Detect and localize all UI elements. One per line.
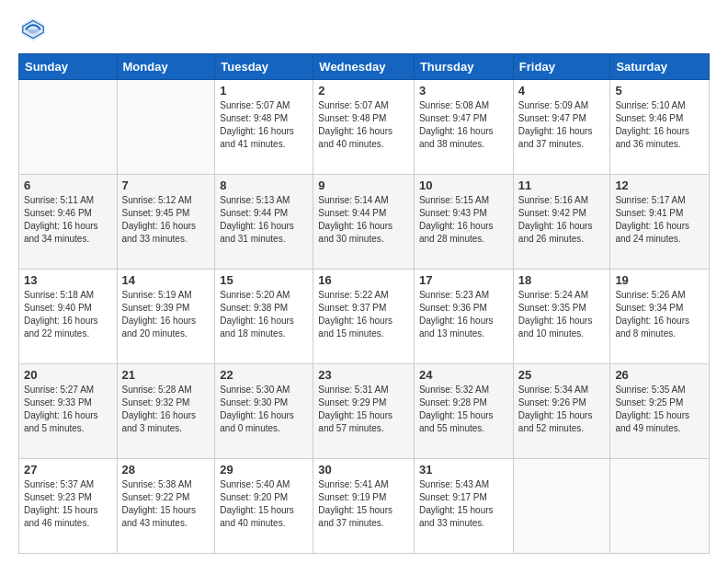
calendar-cell: 9Sunrise: 5:14 AM Sunset: 9:44 PM Daylig… [313, 175, 415, 270]
calendar-body: 1Sunrise: 5:07 AM Sunset: 9:48 PM Daylig… [19, 80, 710, 554]
calendar-cell: 19Sunrise: 5:26 AM Sunset: 9:34 PM Dayli… [610, 270, 710, 364]
day-info: Sunrise: 5:11 AM Sunset: 9:46 PM Dayligh… [24, 194, 112, 246]
calendar-cell: 6Sunrise: 5:11 AM Sunset: 9:46 PM Daylig… [19, 175, 118, 270]
day-info: Sunrise: 5:08 AM Sunset: 9:47 PM Dayligh… [419, 99, 508, 151]
day-info: Sunrise: 5:15 AM Sunset: 9:43 PM Dayligh… [419, 194, 508, 246]
calendar-cell: 8Sunrise: 5:13 AM Sunset: 9:44 PM Daylig… [215, 175, 313, 270]
calendar-cell: 11Sunrise: 5:16 AM Sunset: 9:42 PM Dayli… [513, 175, 610, 270]
day-number: 17 [419, 273, 508, 287]
day-number: 3 [419, 84, 508, 98]
header-day-saturday: Saturday [610, 54, 710, 80]
week-row-3: 20Sunrise: 5:27 AM Sunset: 9:33 PM Dayli… [19, 364, 710, 459]
calendar-header: SundayMondayTuesdayWednesdayThursdayFrid… [19, 54, 710, 80]
day-info: Sunrise: 5:41 AM Sunset: 9:19 PM Dayligh… [318, 478, 409, 530]
calendar-cell: 22Sunrise: 5:30 AM Sunset: 9:30 PM Dayli… [215, 364, 313, 459]
day-info: Sunrise: 5:14 AM Sunset: 9:44 PM Dayligh… [318, 194, 409, 246]
day-info: Sunrise: 5:27 AM Sunset: 9:33 PM Dayligh… [24, 384, 112, 435]
day-number: 6 [24, 178, 112, 192]
header-day-sunday: Sunday [19, 54, 118, 80]
week-row-1: 6Sunrise: 5:11 AM Sunset: 9:46 PM Daylig… [19, 175, 710, 270]
calendar-cell: 15Sunrise: 5:20 AM Sunset: 9:38 PM Dayli… [215, 270, 313, 364]
calendar-cell: 1Sunrise: 5:07 AM Sunset: 9:48 PM Daylig… [215, 80, 313, 175]
day-info: Sunrise: 5:43 AM Sunset: 9:17 PM Dayligh… [419, 478, 508, 530]
day-info: Sunrise: 5:07 AM Sunset: 9:48 PM Dayligh… [220, 99, 308, 151]
day-info: Sunrise: 5:35 AM Sunset: 9:25 PM Dayligh… [615, 384, 704, 435]
day-number: 14 [122, 273, 210, 287]
week-row-4: 27Sunrise: 5:37 AM Sunset: 9:23 PM Dayli… [19, 459, 710, 554]
calendar-cell: 3Sunrise: 5:08 AM Sunset: 9:47 PM Daylig… [414, 80, 513, 175]
day-number: 16 [318, 273, 409, 287]
calendar-cell: 25Sunrise: 5:34 AM Sunset: 9:26 PM Dayli… [513, 364, 610, 459]
calendar-cell: 2Sunrise: 5:07 AM Sunset: 9:48 PM Daylig… [313, 80, 415, 175]
day-info: Sunrise: 5:10 AM Sunset: 9:46 PM Dayligh… [615, 99, 704, 151]
day-number: 31 [419, 463, 508, 477]
calendar-cell: 5Sunrise: 5:10 AM Sunset: 9:46 PM Daylig… [610, 80, 710, 175]
calendar-cell: 31Sunrise: 5:43 AM Sunset: 9:17 PM Dayli… [414, 459, 513, 554]
day-info: Sunrise: 5:32 AM Sunset: 9:28 PM Dayligh… [419, 384, 508, 435]
calendar-cell: 26Sunrise: 5:35 AM Sunset: 9:25 PM Dayli… [610, 364, 710, 459]
calendar-cell: 28Sunrise: 5:38 AM Sunset: 9:22 PM Dayli… [117, 459, 215, 554]
day-info: Sunrise: 5:22 AM Sunset: 9:37 PM Dayligh… [318, 289, 409, 340]
day-info: Sunrise: 5:28 AM Sunset: 9:32 PM Dayligh… [122, 384, 210, 435]
day-number: 10 [419, 178, 508, 192]
day-number: 23 [318, 368, 409, 382]
day-info: Sunrise: 5:26 AM Sunset: 9:34 PM Dayligh… [615, 289, 704, 340]
calendar-cell [610, 459, 710, 554]
day-info: Sunrise: 5:38 AM Sunset: 9:22 PM Dayligh… [122, 478, 210, 530]
day-number: 22 [220, 368, 308, 382]
page: SundayMondayTuesdayWednesdayThursdayFrid… [0, 0, 728, 563]
day-info: Sunrise: 5:37 AM Sunset: 9:23 PM Dayligh… [24, 478, 112, 530]
calendar-cell: 17Sunrise: 5:23 AM Sunset: 9:36 PM Dayli… [414, 270, 513, 364]
calendar-cell: 30Sunrise: 5:41 AM Sunset: 9:19 PM Dayli… [313, 459, 415, 554]
day-number: 9 [318, 178, 409, 192]
day-info: Sunrise: 5:34 AM Sunset: 9:26 PM Dayligh… [518, 384, 606, 435]
calendar-cell: 13Sunrise: 5:18 AM Sunset: 9:40 PM Dayli… [19, 270, 118, 364]
day-info: Sunrise: 5:40 AM Sunset: 9:20 PM Dayligh… [220, 478, 308, 530]
calendar-cell [513, 459, 610, 554]
day-number: 1 [220, 84, 308, 98]
day-number: 13 [24, 273, 112, 287]
calendar-cell: 4Sunrise: 5:09 AM Sunset: 9:47 PM Daylig… [513, 80, 610, 175]
logo [18, 15, 51, 44]
calendar-cell [117, 80, 215, 175]
calendar-cell [19, 80, 118, 175]
calendar-cell: 27Sunrise: 5:37 AM Sunset: 9:23 PM Dayli… [19, 459, 118, 554]
day-number: 24 [419, 368, 508, 382]
header [18, 15, 710, 44]
day-number: 28 [122, 463, 210, 477]
day-number: 4 [518, 84, 606, 98]
day-number: 7 [122, 178, 210, 192]
day-info: Sunrise: 5:12 AM Sunset: 9:45 PM Dayligh… [122, 194, 210, 246]
day-number: 25 [518, 368, 606, 382]
header-day-friday: Friday [513, 54, 610, 80]
day-number: 18 [518, 273, 606, 287]
week-row-2: 13Sunrise: 5:18 AM Sunset: 9:40 PM Dayli… [19, 270, 710, 364]
calendar-cell: 16Sunrise: 5:22 AM Sunset: 9:37 PM Dayli… [313, 270, 415, 364]
calendar-cell: 7Sunrise: 5:12 AM Sunset: 9:45 PM Daylig… [117, 175, 215, 270]
header-day-thursday: Thursday [414, 54, 513, 80]
logo-icon [18, 15, 48, 44]
calendar-cell: 21Sunrise: 5:28 AM Sunset: 9:32 PM Dayli… [117, 364, 215, 459]
calendar-table: SundayMondayTuesdayWednesdayThursdayFrid… [18, 53, 710, 554]
calendar-cell: 14Sunrise: 5:19 AM Sunset: 9:39 PM Dayli… [117, 270, 215, 364]
day-number: 15 [220, 273, 308, 287]
day-info: Sunrise: 5:24 AM Sunset: 9:35 PM Dayligh… [518, 289, 606, 340]
calendar-cell: 24Sunrise: 5:32 AM Sunset: 9:28 PM Dayli… [414, 364, 513, 459]
header-row: SundayMondayTuesdayWednesdayThursdayFrid… [19, 54, 710, 80]
day-number: 5 [615, 84, 704, 98]
day-info: Sunrise: 5:23 AM Sunset: 9:36 PM Dayligh… [419, 289, 508, 340]
day-info: Sunrise: 5:20 AM Sunset: 9:38 PM Dayligh… [220, 289, 308, 340]
calendar-cell: 23Sunrise: 5:31 AM Sunset: 9:29 PM Dayli… [313, 364, 415, 459]
calendar-cell: 29Sunrise: 5:40 AM Sunset: 9:20 PM Dayli… [215, 459, 313, 554]
day-info: Sunrise: 5:30 AM Sunset: 9:30 PM Dayligh… [220, 384, 308, 435]
day-info: Sunrise: 5:17 AM Sunset: 9:41 PM Dayligh… [615, 194, 704, 246]
calendar-cell: 20Sunrise: 5:27 AM Sunset: 9:33 PM Dayli… [19, 364, 118, 459]
day-number: 12 [615, 178, 704, 192]
calendar-cell: 12Sunrise: 5:17 AM Sunset: 9:41 PM Dayli… [610, 175, 710, 270]
calendar-cell: 18Sunrise: 5:24 AM Sunset: 9:35 PM Dayli… [513, 270, 610, 364]
day-number: 26 [615, 368, 704, 382]
header-day-tuesday: Tuesday [215, 54, 313, 80]
day-info: Sunrise: 5:19 AM Sunset: 9:39 PM Dayligh… [122, 289, 210, 340]
day-info: Sunrise: 5:18 AM Sunset: 9:40 PM Dayligh… [24, 289, 112, 340]
day-number: 11 [518, 178, 606, 192]
